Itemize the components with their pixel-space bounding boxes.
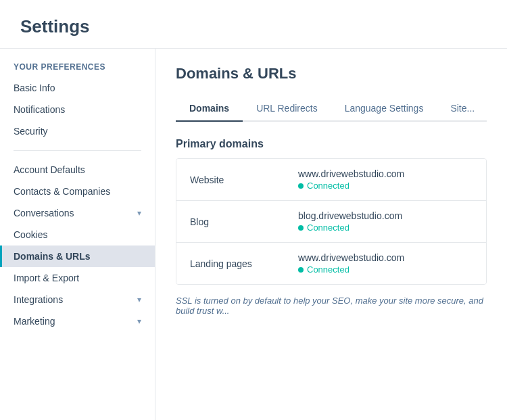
sidebar-item-label: Cookies [14,229,48,240]
sidebar-item-basic-info[interactable]: Basic Info [0,77,155,99]
primary-domains-label: Primary domains [176,138,487,150]
table-row: Blog blog.drivewebstudio.com Connected [176,201,486,243]
domain-url: www.drivewebstudio.com [298,168,473,179]
chevron-down-icon: ▾ [137,208,141,218]
tab-url-redirects[interactable]: URL Redirects [243,96,331,122]
table-row: Landing pages www.drivewebstudio.com Con… [176,243,486,284]
sidebar-item-integrations[interactable]: Integrations ▾ [0,289,155,310]
status-dot-icon [298,225,304,231]
status-dot-icon [298,183,304,189]
sidebar-item-account-defaults[interactable]: Account Defaults [0,159,155,181]
tabs-bar: Domains URL Redirects Language Settings … [176,96,487,122]
layout: Your Preferences Basic Info Notification… [0,49,507,420]
domain-url: www.drivewebstudio.com [298,252,473,263]
sidebar-item-label: Notifications [14,104,65,115]
sidebar-item-domains-urls[interactable]: Domains & URLs [0,246,155,267]
table-row: Website www.drivewebstudio.com Connected [176,159,486,201]
status-text: Connected [307,223,349,233]
sidebar-item-label: Basic Info [14,83,55,93]
sidebar: Your Preferences Basic Info Notification… [0,49,155,420]
sidebar-item-security[interactable]: Security [0,120,155,142]
sidebar-item-import-export[interactable]: Import & Export [0,267,155,289]
sidebar-item-cookies[interactable]: Cookies [0,224,155,246]
main-content: Domains & URLs Domains URL Redirects Lan… [155,49,507,420]
ssl-notice: SSL is turned on by default to help your… [176,296,487,316]
domain-status: Connected [298,223,473,233]
page-title: Settings [20,16,487,37]
domain-type: Landing pages [190,258,298,269]
chevron-down-icon: ▾ [137,317,141,326]
domain-info: www.drivewebstudio.com Connected [298,252,473,275]
status-dot-icon [298,267,304,273]
domain-type: Blog [190,216,298,227]
sidebar-item-conversations[interactable]: Conversations ▾ [0,202,155,224]
domain-type: Website [190,174,298,185]
page-header: Settings [0,0,507,49]
tab-domains[interactable]: Domains [176,96,243,122]
tab-site[interactable]: Site... [437,96,488,122]
chevron-down-icon: ▾ [137,295,141,304]
domain-info: www.drivewebstudio.com Connected [298,168,473,191]
sidebar-item-label: Integrations [14,294,63,305]
domains-table: Website www.drivewebstudio.com Connected… [176,158,487,285]
domain-url: blog.drivewebstudio.com [298,210,473,221]
domain-status: Connected [298,264,473,275]
sidebar-item-label: Import & Export [14,273,79,283]
sidebar-item-notifications[interactable]: Notifications [0,99,155,120]
domain-status: Connected [298,181,473,191]
sidebar-item-label: Contacts & Companies [14,186,110,197]
sidebar-item-contacts-companies[interactable]: Contacts & Companies [0,181,155,202]
sidebar-divider [14,150,141,151]
sidebar-item-marketing[interactable]: Marketing ▾ [0,310,155,332]
domain-info: blog.drivewebstudio.com Connected [298,210,473,233]
status-text: Connected [307,181,349,191]
tab-language-settings[interactable]: Language Settings [331,96,437,122]
status-text: Connected [307,264,349,275]
sidebar-item-label: Security [14,126,48,137]
sidebar-item-label: Marketing [14,316,55,327]
sidebar-item-label: Conversations [14,208,74,218]
sidebar-item-label: Account Defaults [14,164,85,175]
section-title: Domains & URLs [176,65,487,83]
sidebar-item-label: Domains & URLs [14,251,91,262]
sidebar-section-label: Your Preferences [0,62,155,77]
